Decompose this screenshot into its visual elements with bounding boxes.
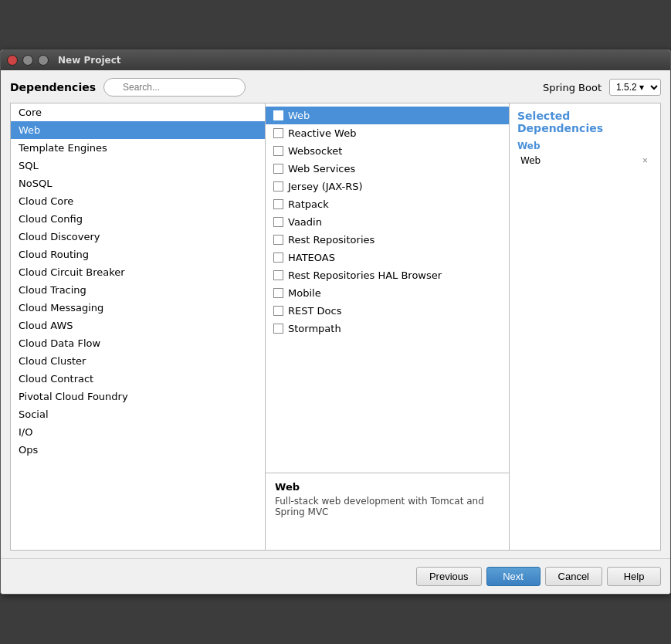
sidebar-item-cloud-routing[interactable]: Cloud Routing [11,246,265,263]
dependency-label-stormpath: Stormpath [288,323,341,334]
dependency-label-websocket: Websocket [288,145,342,157]
dependency-item-ratpack[interactable]: Ratpack [266,195,509,213]
panels-container: CoreWebTemplate EnginesSQLNoSQLCloud Cor… [10,103,661,551]
spring-boot-version-select[interactable]: 1.5.2 ▾ 2.0.0 1.5.3 [609,79,661,96]
dependency-item-jersey[interactable]: Jersey (JAX-RS) [266,178,509,195]
checkbox-rest-repositories-hal[interactable] [273,270,283,280]
sidebar-item-cloud-core[interactable]: Cloud Core [11,192,265,210]
dependency-item-vaadin[interactable]: Vaadin [266,213,509,231]
footer: Previous Next Cancel Help [1,558,670,594]
checkbox-mobile[interactable] [273,288,283,298]
sidebar-item-core[interactable]: Core [11,103,265,121]
sidebar-item-cloud-data-flow[interactable]: Cloud Data Flow [11,334,265,352]
window-title: New Project [58,55,121,66]
sidebar-item-web[interactable]: Web [11,121,265,139]
sidebar-item-pivotal-cloud-foundry[interactable]: Pivotal Cloud Foundry [11,388,265,405]
checkbox-stormpath[interactable] [273,324,283,334]
desc-title: Web [275,481,500,493]
dependency-item-mobile[interactable]: Mobile [266,284,509,302]
maximize-button[interactable] [38,55,49,66]
new-project-window: New Project Dependencies 🔍 Spring Boot 1… [0,49,671,595]
sidebar-item-template-engines[interactable]: Template Engines [11,139,265,157]
dependencies-label: Dependencies [10,81,96,93]
checkbox-reactive-web[interactable] [273,128,283,138]
header-row: Dependencies 🔍 Spring Boot 1.5.2 ▾ 2.0.0… [10,78,661,97]
dependency-label-rest-docs: REST Docs [288,305,341,317]
sidebar-item-io[interactable]: I/O [11,423,265,441]
selected-deps-container: WebWeb× [517,141,652,168]
spring-boot-label: Spring Boot [543,82,602,93]
selected-dependencies-panel: Selected Dependencies WebWeb× [510,103,660,550]
desc-text: Full-stack web development with Tomcat a… [275,496,500,517]
dependency-label-hateoas: HATEOAS [288,252,335,263]
sidebar-item-cloud-discovery[interactable]: Cloud Discovery [11,228,265,246]
selected-dependencies-title: Selected Dependencies [517,110,652,134]
dependency-item-reactive-web[interactable]: Reactive Web [266,124,509,142]
checkbox-jersey[interactable] [273,181,283,192]
remove-dep-button[interactable]: × [641,155,649,166]
close-button[interactable] [7,55,18,66]
dependency-label-mobile: Mobile [288,287,321,299]
checkbox-websocket[interactable] [273,146,283,156]
search-input[interactable] [103,78,246,97]
dependency-label-ratpack: Ratpack [288,198,329,210]
next-button[interactable]: Next [486,567,541,586]
dependency-label-jersey: Jersey (JAX-RS) [288,181,363,192]
dependency-label-rest-repositories: Rest Repositories [288,234,374,246]
dependency-item-hateoas[interactable]: HATEOAS [266,249,509,266]
main-content: Dependencies 🔍 Spring Boot 1.5.2 ▾ 2.0.0… [1,70,670,558]
dependency-item-web[interactable]: ✓Web [266,107,509,124]
dependency-item-websocket[interactable]: Websocket [266,142,509,160]
dependency-label-rest-repositories-hal: Rest Repositories HAL Browser [288,269,442,281]
sidebar-item-sql[interactable]: SQL [11,157,265,175]
previous-button[interactable]: Previous [416,567,482,586]
sidebar-item-cloud-cluster[interactable]: Cloud Cluster [11,352,265,370]
checkbox-hateoas[interactable] [273,253,283,263]
checkbox-rest-repositories[interactable] [273,235,283,245]
checkbox-ratpack[interactable] [273,199,283,209]
search-wrapper: 🔍 [103,78,246,97]
description-box: Web Full-stack web development with Tomc… [266,473,509,550]
sidebar-item-social[interactable]: Social [11,405,265,423]
selected-dep-item: Web× [517,154,652,168]
dependency-label-web: Web [288,110,310,121]
dependency-panel: ✓WebReactive WebWebsocketWeb ServicesJer… [266,103,510,550]
help-button[interactable]: Help [607,567,661,586]
minimize-button[interactable] [22,55,33,66]
sidebar-item-cloud-circuit-breaker[interactable]: Cloud Circuit Breaker [11,263,265,281]
dependency-label-vaadin: Vaadin [288,216,322,228]
checkbox-web-services[interactable] [273,164,283,174]
checkbox-rest-docs[interactable] [273,306,283,316]
dependency-label-reactive-web: Reactive Web [288,127,356,139]
sidebar-item-cloud-aws[interactable]: Cloud AWS [11,317,265,334]
dependency-item-rest-repositories-hal[interactable]: Rest Repositories HAL Browser [266,266,509,284]
selected-dep-group-title: Web [517,141,652,151]
category-list: CoreWebTemplate EnginesSQLNoSQLCloud Cor… [11,103,266,550]
dependency-item-stormpath[interactable]: Stormpath [266,320,509,337]
sidebar-item-cloud-messaging[interactable]: Cloud Messaging [11,299,265,317]
dependency-item-rest-docs[interactable]: REST Docs [266,302,509,320]
checkbox-vaadin[interactable] [273,217,283,227]
dependency-item-rest-repositories[interactable]: Rest Repositories [266,231,509,249]
selected-dep-group: WebWeb× [517,141,652,168]
checkbox-web[interactable]: ✓ [273,110,283,120]
sidebar-item-nosql[interactable]: NoSQL [11,175,265,192]
selected-dep-item-label: Web [520,155,541,166]
title-bar: New Project [1,50,670,70]
sidebar-item-cloud-tracing[interactable]: Cloud Tracing [11,281,265,299]
dependency-item-web-services[interactable]: Web Services [266,160,509,178]
sidebar-item-cloud-contract[interactable]: Cloud Contract [11,370,265,388]
cancel-button[interactable]: Cancel [545,567,602,586]
dependency-label-web-services: Web Services [288,163,355,175]
sidebar-item-cloud-config[interactable]: Cloud Config [11,210,265,228]
dependency-list: ✓WebReactive WebWebsocketWeb ServicesJer… [266,103,509,473]
sidebar-item-ops[interactable]: Ops [11,441,265,459]
